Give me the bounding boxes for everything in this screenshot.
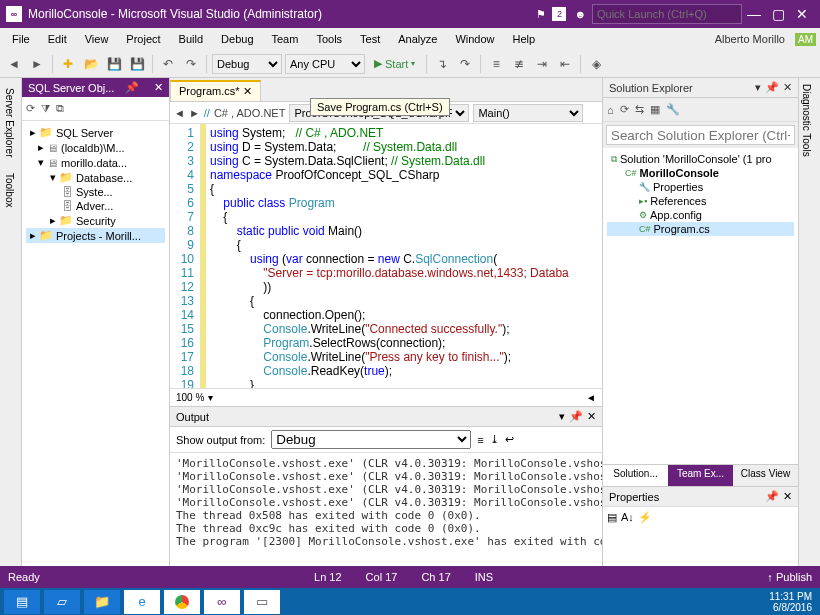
se-home-icon[interactable]: ⌂ <box>607 104 614 116</box>
sql-tree-node[interactable]: ▾ 📁 Database... <box>26 170 165 185</box>
solution-tree-node[interactable]: ⧉ Solution 'MorilloConsole' (1 pro <box>607 152 794 166</box>
diagnostic-tools-tab[interactable]: Diagnostic Tools <box>801 84 812 560</box>
se-properties-icon[interactable]: 🔧 <box>666 103 680 116</box>
step-into-icon[interactable]: ↴ <box>432 54 452 74</box>
taskbar-vs-icon[interactable]: ∞ <box>204 590 240 614</box>
save-button[interactable]: 💾 <box>104 54 124 74</box>
menu-project[interactable]: Project <box>118 31 168 47</box>
solution-tree-node[interactable]: C# MorilloConsole <box>607 166 794 180</box>
sql-tree-node[interactable]: 🗄 Adver... <box>26 199 165 213</box>
close-button[interactable]: ✕ <box>790 6 814 22</box>
save-all-button[interactable]: 💾 <box>127 54 147 74</box>
menu-tools[interactable]: Tools <box>308 31 350 47</box>
step-over-icon[interactable]: ↷ <box>455 54 475 74</box>
menu-analyze[interactable]: Analyze <box>390 31 445 47</box>
prop-events-icon[interactable]: ⚡ <box>638 511 652 562</box>
sql-tree-node[interactable]: ▾ 🖥 morillo.data... <box>26 155 165 170</box>
uncomment-icon[interactable]: ≢ <box>509 54 529 74</box>
nav-fwd-icon[interactable]: ► <box>189 107 200 119</box>
taskbar-chrome-icon[interactable] <box>164 590 200 614</box>
solution-tree-node[interactable]: ▸▪ References <box>607 194 794 208</box>
config-select[interactable]: Debug <box>212 54 282 74</box>
menu-test[interactable]: Test <box>352 31 388 47</box>
notification-badge[interactable]: 2 <box>552 7 566 21</box>
user-name[interactable]: Alberto Morillo <box>715 33 789 45</box>
menu-edit[interactable]: Edit <box>40 31 75 47</box>
filter-icon[interactable]: ⧩ <box>41 102 50 115</box>
output-wrap-icon[interactable]: ↩ <box>505 433 514 446</box>
outdent-icon[interactable]: ⇤ <box>555 54 575 74</box>
tab-solution[interactable]: Solution... <box>603 465 668 486</box>
group-icon[interactable]: ⧉ <box>56 102 64 115</box>
menu-team[interactable]: Team <box>264 31 307 47</box>
publish-button[interactable]: ↑ Publish <box>767 571 812 583</box>
refresh-icon[interactable]: ⟳ <box>26 102 35 115</box>
se-sync-icon[interactable]: ⇆ <box>635 103 644 116</box>
output-source-select[interactable]: Debug <box>271 430 471 449</box>
sql-tree[interactable]: ▸ 📁 SQL Server▸ 🖥 (localdb)\M...▾ 🖥 mori… <box>22 121 169 566</box>
taskbar-explorer-icon[interactable]: 📁 <box>84 590 120 614</box>
tab-class-view[interactable]: Class View <box>733 465 798 486</box>
se-dropdown-icon[interactable]: ▾ <box>755 81 761 94</box>
solution-tree-node[interactable]: ⚙ App.config <box>607 208 794 222</box>
hscroll-left-icon[interactable]: ◄ <box>586 392 596 403</box>
flag-icon[interactable]: ⚑ <box>536 8 546 21</box>
forward-button[interactable]: ► <box>27 54 47 74</box>
se-refresh-icon[interactable]: ⟳ <box>620 103 629 116</box>
output-pin-icon[interactable]: 📌 <box>569 410 583 423</box>
tab-team-explorer[interactable]: Team Ex... <box>668 465 733 486</box>
menu-view[interactable]: View <box>77 31 117 47</box>
se-close-icon[interactable]: ✕ <box>783 81 792 94</box>
indent-icon[interactable]: ⇥ <box>532 54 552 74</box>
taskbar-ie-icon[interactable]: e <box>124 590 160 614</box>
server-explorer-tab[interactable]: Server Explorer <box>2 84 19 161</box>
solution-tree-node[interactable]: C# Program.cs <box>607 222 794 236</box>
menu-window[interactable]: Window <box>447 31 502 47</box>
se-showall-icon[interactable]: ▦ <box>650 103 660 116</box>
minimize-button[interactable]: — <box>742 6 766 22</box>
quick-launch-input[interactable] <box>592 4 742 24</box>
toolbox-tab[interactable]: Toolbox <box>2 169 19 211</box>
menu-file[interactable]: File <box>4 31 38 47</box>
platform-select[interactable]: Any CPU <box>285 54 365 74</box>
code-editor[interactable]: 12345678910111213141516171819202122 usin… <box>170 124 602 388</box>
prop-close-icon[interactable]: ✕ <box>783 490 792 503</box>
code-content[interactable]: using System; // C# , ADO.NETusing D = S… <box>206 124 602 388</box>
menu-help[interactable]: Help <box>505 31 544 47</box>
start-menu-button[interactable]: ▤ <box>4 590 40 614</box>
nav-back-icon[interactable]: ◄ <box>174 107 185 119</box>
tab-program-cs[interactable]: Program.cs* ✕ <box>170 80 261 101</box>
menu-build[interactable]: Build <box>171 31 211 47</box>
output-toggle-icon[interactable]: ⤓ <box>490 433 499 446</box>
open-button[interactable]: 📂 <box>81 54 101 74</box>
tab-close-icon[interactable]: ✕ <box>243 85 252 97</box>
start-button[interactable]: ▶Start▾ <box>368 57 421 70</box>
sql-tree-node[interactable]: ▸ 📁 Projects - Morill... <box>26 228 165 243</box>
solution-tree[interactable]: ⧉ Solution 'MorilloConsole' (1 proC# Mor… <box>603 148 798 464</box>
taskbar-powershell-icon[interactable]: ▱ <box>44 590 80 614</box>
se-search-input[interactable] <box>606 125 795 145</box>
new-project-button[interactable]: ✚ <box>58 54 78 74</box>
taskbar-clock[interactable]: 11:31 PM6/8/2016 <box>769 591 816 613</box>
prop-az-icon[interactable]: A↓ <box>621 511 634 562</box>
redo-button[interactable]: ↷ <box>181 54 201 74</box>
back-button[interactable]: ◄ <box>4 54 24 74</box>
user-avatar[interactable]: AM <box>795 33 816 46</box>
prop-pin-icon[interactable]: 📌 <box>765 490 779 503</box>
sql-tree-node[interactable]: ▸ 📁 Security <box>26 213 165 228</box>
sql-tree-node[interactable]: 🗄 Syste... <box>26 185 165 199</box>
pin-icon[interactable]: 📌 <box>125 81 139 94</box>
output-clear-icon[interactable]: ≡ <box>477 434 483 446</box>
output-text[interactable]: 'MorilloConsole.vshost.exe' (CLR v4.0.30… <box>170 453 602 566</box>
output-close-icon[interactable]: ✕ <box>587 410 596 423</box>
undo-button[interactable]: ↶ <box>158 54 178 74</box>
se-pin-icon[interactable]: 📌 <box>765 81 779 94</box>
zoom-value[interactable]: 100 % <box>176 392 204 403</box>
prop-cat-icon[interactable]: ▤ <box>607 511 617 562</box>
feedback-icon[interactable]: ☻ <box>574 8 586 20</box>
bookmark-icon[interactable]: ◈ <box>586 54 606 74</box>
sql-tree-node[interactable]: ▸ 🖥 (localdb)\M... <box>26 140 165 155</box>
comment-icon[interactable]: ≡ <box>486 54 506 74</box>
maximize-button[interactable]: ▢ <box>766 6 790 22</box>
nav-member-select[interactable]: Main() <box>473 104 583 122</box>
